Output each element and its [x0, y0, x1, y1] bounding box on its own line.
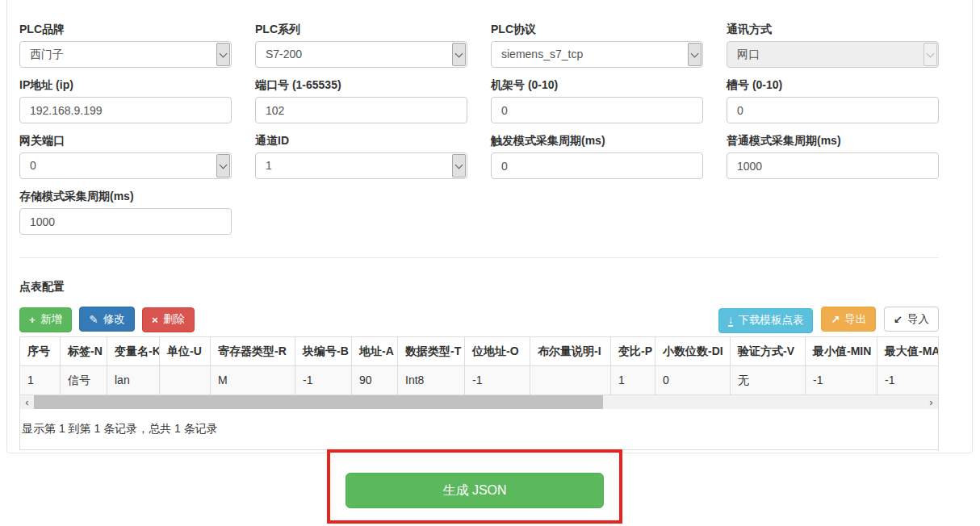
button-label: 下载模板点表	[738, 313, 803, 328]
column-header: 单位-U	[160, 337, 211, 366]
plc-series-select[interactable]: S7-200	[255, 41, 467, 68]
table-cell: -1	[465, 366, 530, 395]
table-cell: 90	[352, 366, 398, 395]
add-button[interactable]: + 新增	[19, 307, 72, 332]
chevron-down-icon	[923, 43, 937, 66]
import-icon: ↙	[894, 313, 903, 326]
field-label: PLC协议	[491, 22, 703, 36]
plc-protocol-select[interactable]: siemens_s7_tcp	[491, 41, 703, 68]
column-header: 最大值-MAX	[877, 337, 940, 366]
export-button[interactable]: ↗ 导出	[821, 307, 876, 332]
select-value: 网口	[727, 42, 938, 67]
trigger-period-input[interactable]	[491, 152, 703, 179]
form-group-storage-period: 存储模式采集周期(ms)	[19, 189, 232, 235]
field-label: 普通模式采集周期(ms)	[727, 133, 939, 148]
table-cell: -1	[806, 366, 877, 395]
field-label: 槽号 (0-10)	[727, 77, 939, 92]
rack-number-input[interactable]	[491, 97, 703, 123]
table-cell: lan	[107, 366, 160, 395]
table-cell: 1	[20, 366, 61, 395]
select-value: S7-200	[256, 42, 467, 67]
ip-address-input[interactable]	[19, 97, 232, 123]
channel-id-select[interactable]: 1	[255, 152, 467, 179]
form-group-trigger-period: 触发模式采集周期(ms)	[491, 133, 703, 179]
column-header: 验证方式-V	[731, 337, 806, 366]
select-value: 0	[20, 153, 231, 178]
import-button[interactable]: ↙ 导入	[884, 307, 939, 332]
table-cell: M	[211, 366, 295, 395]
column-header: 标签-N	[61, 337, 107, 366]
slot-number-input[interactable]	[727, 97, 939, 123]
column-header: 寄存器类型-R	[211, 337, 295, 366]
form-group-channel-id: 通道ID 1	[255, 133, 467, 179]
pencil-icon: ✎	[89, 313, 98, 326]
chevron-down-icon	[216, 154, 230, 177]
field-label: IP地址 (ip)	[19, 77, 232, 92]
select-value: 西门子	[20, 42, 231, 67]
normal-period-input[interactable]	[727, 152, 939, 179]
plus-icon: +	[29, 314, 36, 326]
horizontal-scrollbar[interactable]: ‹ ›	[20, 395, 938, 409]
record-summary: 显示第 1 到第 1 条记录，总共 1 条记录	[20, 409, 938, 436]
port-input[interactable]	[255, 97, 467, 123]
select-value: 1	[256, 153, 467, 178]
table-cell: Int8	[398, 366, 465, 395]
table-cell: -1	[877, 366, 940, 395]
table-cell: 0	[655, 366, 731, 395]
cross-icon: ×	[152, 314, 158, 326]
download-template-button[interactable]: ↓ 下载模板点表	[718, 308, 814, 333]
point-table-container: 序号 标签-N 变量名-K 单位-U 寄存器类型-R 块编号-B 地址-A 数据…	[19, 336, 939, 450]
chevron-down-icon	[452, 43, 466, 66]
select-value: siemens_s7_tcp	[492, 42, 702, 67]
column-header: 序号	[20, 337, 61, 366]
annotation-highlight-box: 生成 JSON	[327, 449, 622, 524]
edit-button[interactable]: ✎ 修改	[79, 307, 134, 332]
plc-connection-form: PLC品牌 西门子 PLC系列 S7-200 PLC协议 siemens_s7_…	[19, 22, 939, 235]
button-label: 删除	[163, 312, 185, 327]
comm-mode-select: 网口	[727, 41, 939, 68]
button-label: 新增	[40, 312, 62, 327]
form-group-plc-series: PLC系列 S7-200	[255, 22, 467, 68]
field-label: 端口号 (1-65535)	[255, 77, 467, 92]
export-icon: ↗	[831, 313, 840, 326]
column-header: 最小值-MIN	[806, 337, 877, 366]
delete-button[interactable]: × 删除	[142, 307, 195, 332]
table-row[interactable]: 1 信号 lan M -1 90 Int8 -1 1 0 无 -1 -1	[20, 366, 940, 395]
form-group-slot: 槽号 (0-10)	[727, 77, 939, 123]
point-table-section-title: 点表配置	[19, 280, 65, 294]
field-label: 机架号 (0-10)	[491, 77, 703, 92]
table-cell: 信号	[61, 366, 107, 395]
gateway-port-select[interactable]: 0	[19, 152, 232, 179]
chevron-down-icon	[216, 43, 230, 66]
plc-brand-select[interactable]: 西门子	[19, 41, 232, 68]
table-toolbar: + 新增 ✎ 修改 × 删除 ↓ 下载模板点表 ↗ 导出 ↙ 导	[19, 307, 939, 333]
field-label: 触发模式采集周期(ms)	[491, 133, 703, 148]
form-group-plc-protocol: PLC协议 siemens_s7_tcp	[491, 22, 703, 68]
column-header: 地址-A	[352, 337, 398, 366]
scroll-right-button[interactable]: ›	[924, 395, 938, 409]
field-label: 通道ID	[255, 133, 467, 148]
table-cell: 无	[731, 366, 806, 395]
form-group-port: 端口号 (1-65535)	[255, 77, 467, 123]
form-group-normal-period: 普通模式采集周期(ms)	[727, 133, 939, 179]
field-label: 存储模式采集周期(ms)	[19, 189, 232, 203]
storage-period-input[interactable]	[19, 208, 232, 235]
field-label: 网关端口	[19, 133, 232, 148]
chevron-down-icon	[452, 154, 466, 177]
column-header: 小数位数-DI	[655, 337, 731, 366]
table-cell: -1	[295, 366, 352, 395]
generate-json-button[interactable]: 生成 JSON	[346, 473, 604, 508]
table-cell	[530, 366, 611, 395]
field-label: PLC品牌	[19, 22, 232, 36]
download-icon: ↓	[728, 315, 734, 327]
scrollbar-thumb[interactable]	[34, 395, 603, 409]
scroll-left-button[interactable]: ‹	[20, 395, 34, 409]
column-header: 变量名-K	[107, 337, 160, 366]
column-header: 位地址-O	[465, 337, 530, 366]
form-group-gateway-port: 网关端口 0	[19, 133, 232, 179]
form-group-comm-mode: 通讯方式 网口	[727, 22, 939, 68]
chevron-down-icon	[688, 43, 701, 66]
field-label: PLC系列	[255, 22, 467, 36]
column-header: 变比-P	[611, 337, 655, 366]
section-divider	[19, 257, 939, 258]
